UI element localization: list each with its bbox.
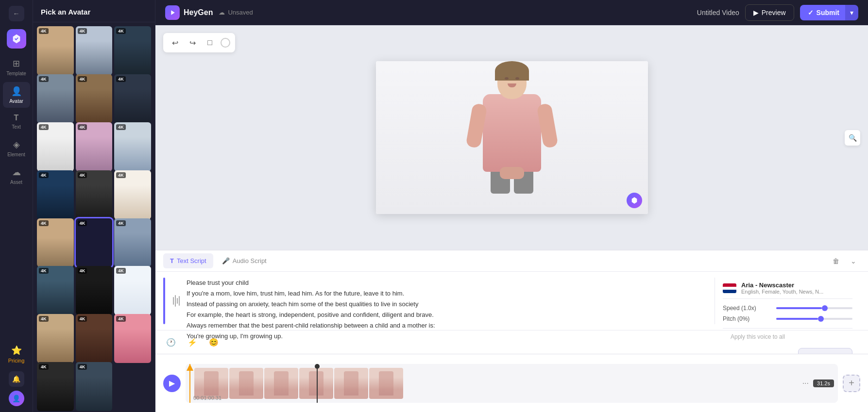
avatar-badge-6: 4K [116,76,126,82]
frame-figure-2 [239,371,254,396]
voice-bottom-row: Apply this voice to all [723,328,852,345]
avatar-thumb-4[interactable]: 4K [37,74,74,123]
avatar-panel-title: Pick an Avatar [33,0,155,22]
check-icon: ✓ [808,9,814,16]
top-header: HeyGen ☁ Unsaved Untitled Video ▶ Previe… [155,0,868,25]
avatar-thumb-17[interactable]: 4K [76,266,113,315]
avatar-thumb-1[interactable]: 4K [37,26,74,75]
submit-dropdown-button[interactable]: ▾ [845,5,858,20]
avatar-thumb-14[interactable]: 4K [76,218,113,267]
cloud-icon: ☁ [219,9,225,16]
avatar-thumb-5[interactable]: 4K [76,74,113,123]
speed-slider-thumb[interactable] [822,305,828,311]
timeline-add-button[interactable]: + [843,375,860,392]
sidebar-item-avatar-label: Avatar [9,99,23,104]
timeline-more-button[interactable]: ··· [802,379,809,388]
avatar-thumb-3[interactable]: 4K [114,26,151,75]
avatar-thumb-19[interactable]: 4K [37,314,74,363]
avatar-thumb-13[interactable]: 4K [37,218,74,267]
avatar-thumb-16[interactable]: 4K [37,266,74,315]
avatar-thumb-21[interactable]: 4K [114,314,151,363]
submit-button[interactable]: ✓ Submit [800,5,847,20]
avatar-badge-14: 4K [78,220,87,226]
avatar-thumb-10[interactable]: 4K [37,170,74,219]
timeline-frame-5[interactable] [334,368,368,399]
sidebar-item-asset[interactable]: ☁ Asset [3,163,30,189]
timeline-frame-1[interactable] [194,368,228,399]
pitch-setting-row: Pitch (0%) [723,313,852,324]
svg-rect-1 [175,295,176,307]
avatar-thumb-15[interactable]: 4K [114,218,151,267]
heygen-watermark [627,193,642,208]
timeline-frame-3[interactable] [264,368,298,399]
pitch-slider[interactable] [776,318,852,320]
script-text-content[interactable]: Please trust your child If you're a mom,… [187,278,709,324]
timeline-content[interactable]: 31.2s ··· 00:01:00.31 [186,364,838,403]
avatar-badge-22: 4K [39,364,49,370]
pricing-icon: ⭐ [11,345,22,356]
avatar-badge-12: 4K [116,172,126,178]
avatar-thumb-23[interactable]: 4K [76,362,113,411]
speed-slider[interactable] [776,307,852,309]
sidebar-item-element[interactable]: ◈ Element [3,135,30,161]
back-button[interactable]: ← [9,6,24,21]
avatar-thumb-2[interactable]: 4K [76,26,113,75]
voice-name: Aria - Newscaster [741,281,852,289]
pitch-slider-fill [776,318,818,320]
expand-script-button[interactable]: ⌄ [847,254,860,268]
avatar-thumb-9[interactable]: 4K [114,122,151,171]
pitch-slider-thumb[interactable] [818,316,824,322]
sidebar-item-template-label: Template [6,71,26,76]
script-indicator [163,278,165,324]
avatar-thumb-20[interactable]: 4K [76,314,113,363]
canvas-toolbar: ↩ ↪ □ [163,33,235,52]
avatar-main-display [376,61,648,214]
canvas-frame: ℹ Avatar animation is available after su… [376,61,648,214]
comment-button[interactable]: □ [203,36,217,49]
avatar-badge-11: 4K [78,172,87,178]
avatar-thumb-12[interactable]: 4K [114,170,151,219]
shape-button[interactable] [221,38,230,48]
tab-text-script[interactable]: T Text Script [163,253,213,268]
redo-button[interactable]: ↪ [186,36,199,49]
timeline-frame-2[interactable] [229,368,263,399]
avatar-thumb-18[interactable]: 4K [114,266,151,315]
sidebar-item-avatar[interactable]: 👤 Avatar [3,82,30,108]
avatar-thumb-8[interactable]: 4K [76,122,113,171]
avatar-badge-15: 4K [116,220,126,226]
emoji-button[interactable]: 😊 [206,334,221,350]
timeline-duration-badge: 31.2s [813,379,834,387]
timeline-play-button[interactable]: ▶ [163,375,181,392]
avatar-thumb-7[interactable]: 4K [37,122,74,171]
notification-button[interactable]: 🔔 [9,371,24,387]
timeline-frame-6[interactable] [369,368,403,399]
sidebar-item-template[interactable]: ⊞ Template [3,54,30,80]
avatar-thumb-22[interactable]: 4K [37,362,74,411]
canvas-search-button[interactable]: 🔍 [845,130,860,146]
undo-button[interactable]: ↩ [168,36,182,49]
avatar-badge-3: 4K [116,28,126,34]
timeline-frame-4[interactable] [299,368,333,399]
timer-button[interactable]: 🕐 [163,334,179,350]
sidebar-item-pricing[interactable]: ⭐ Pricing [3,341,30,367]
tab-audio-script[interactable]: 🎤 Audio Script [215,253,273,268]
template-icon: ⊞ [13,58,20,69]
avatar-thumb-6[interactable]: 4K [114,74,151,123]
apply-voice-button[interactable]: Apply this voice to all [731,331,785,342]
audio-script-icon: 🎤 [222,257,230,264]
pitch-label: Pitch (0%) [723,315,771,322]
preview-button[interactable]: ▶ Preview [745,4,794,21]
user-avatar[interactable]: 👤 [9,391,24,406]
svg-rect-0 [173,297,174,305]
avatar-badge-16: 4K [39,268,49,274]
voice-info: Aria - Newscaster English, Female, Youth… [723,278,852,299]
avatar-badge-13: 4K [39,220,49,226]
script-panel: T Text Script 🎤 Audio Script 🗑 ⌄ [155,250,868,354]
translate-button[interactable]: ⚡ [185,334,200,350]
sidebar-item-text[interactable]: T Text [3,110,30,133]
sidebar-bottom: ⭐ Pricing 🔔 👤 [3,341,30,406]
voice-settings: Speed (1.0x) Pitch (0%) [723,299,852,328]
avatar-thumb-11[interactable]: 4K [76,170,113,219]
script-line-3: Instead of passing on anxiety, teach him… [187,299,709,310]
delete-script-button[interactable]: 🗑 [829,254,843,268]
